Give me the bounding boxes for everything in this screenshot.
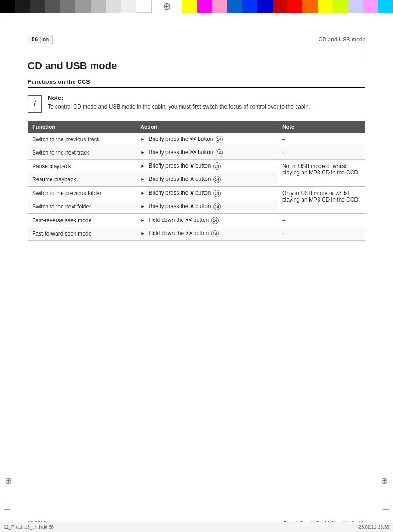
cell-action: ► Briefly press the ∧ button 14 xyxy=(136,200,278,214)
arrow-icon: ► xyxy=(140,190,145,196)
arrow-icon: ► xyxy=(140,217,145,223)
cell-note: – xyxy=(278,146,365,160)
crosshair-top-icon: ⊕ xyxy=(163,0,171,12)
button-num: 14 xyxy=(213,203,221,210)
table-row: Fast-reverse seek mode ► Hold down the <… xyxy=(28,214,365,227)
arrow-icon: ► xyxy=(140,203,145,209)
col-header-function: Function xyxy=(28,121,136,133)
arrow-icon: ► xyxy=(140,136,145,142)
cell-function: Switch to the previous track xyxy=(28,133,136,146)
cell-action: ► Briefly press the ∨ button 14 xyxy=(136,160,278,173)
cell-function: Switch to the previous folder xyxy=(28,186,136,200)
cell-action: ► Hold down the >> button 14 xyxy=(136,227,278,241)
button-num: 14 xyxy=(213,190,221,197)
color-bar: ⊕ xyxy=(0,0,393,13)
table-row: Switch to the previous track ► Briefly p… xyxy=(28,133,365,146)
cell-action: ► Briefly press the >> button 14 xyxy=(136,146,278,160)
page-number-box: 56 | en xyxy=(28,36,53,43)
cell-function: Pause playback xyxy=(28,160,136,173)
note-content: Note: To control CD mode and USB mode in… xyxy=(48,94,310,111)
note-box: i Note: To control CD mode and USB mode … xyxy=(28,94,365,113)
arrow-icon: ► xyxy=(140,176,145,182)
note-title: Note: xyxy=(48,94,310,101)
header-divider xyxy=(28,57,365,57)
cell-action: ► Briefly press the << button 14 xyxy=(136,133,278,146)
button-num: 14 xyxy=(213,162,221,170)
page-language: en xyxy=(42,36,49,43)
header-section-title: CD and USB mode xyxy=(319,36,365,43)
arrow-icon: ► xyxy=(140,150,145,155)
table-row: Fast-forward seek mode ► Hold down the >… xyxy=(28,227,365,241)
cell-note: – xyxy=(278,214,365,227)
button-num: 14 xyxy=(213,176,221,183)
page-content: 56 | en CD and USB mode CD and USB mode … xyxy=(0,13,393,514)
button-num: 14 xyxy=(216,136,223,143)
arrow-icon: ► xyxy=(140,163,145,168)
bottom-bar-left: 02_ProLine3_en.indd 56 xyxy=(4,525,54,530)
cell-note: – xyxy=(278,227,365,241)
cell-function: Switch to the next track xyxy=(28,146,136,160)
cell-note: Only in USB mode or whilst playing an MP… xyxy=(278,186,365,214)
note-icon: i xyxy=(28,95,42,113)
cell-function: Switch to the next folder xyxy=(28,200,136,214)
table-row: Pause playback ► Briefly press the ∨ but… xyxy=(28,160,365,173)
section-heading: Functions on the CCS xyxy=(28,78,365,88)
button-num: 14 xyxy=(216,149,223,156)
arrow-icon: ► xyxy=(140,231,145,236)
cell-note: – xyxy=(278,133,365,146)
col-header-action: Action xyxy=(136,121,278,133)
note-text: To control CD mode and USB mode in the c… xyxy=(48,103,310,111)
page-title: CD and USB mode xyxy=(28,60,365,72)
cell-action: ► Hold down the << button 14 xyxy=(136,214,278,227)
bottom-bar: 02_ProLine3_en.indd 56 23.02.12 18:36 xyxy=(0,522,393,532)
page-number: 56 xyxy=(32,36,38,43)
cell-note: Not in USB mode or whilst playing an MP3… xyxy=(278,160,365,187)
header-bar: 56 | en CD and USB mode xyxy=(28,36,365,43)
cell-action: ► Briefly press the ∧ button 14 xyxy=(136,173,278,187)
table-row: Switch to the previous folder ► Briefly … xyxy=(28,186,365,200)
cell-function: Fast-reverse seek mode xyxy=(28,214,136,227)
table-row: Switch to the next track ► Briefly press… xyxy=(28,146,365,160)
col-header-note: Note xyxy=(278,121,365,133)
functions-table: Function Action Note Switch to the previ… xyxy=(28,121,365,241)
table-header-row: Function Action Note xyxy=(28,121,365,133)
button-num: 14 xyxy=(211,217,219,224)
cell-function: Resume playback xyxy=(28,173,136,187)
bottom-bar-right: 23.02.12 18:36 xyxy=(359,525,389,530)
cell-action: ► Briefly press the ∨ button 14 xyxy=(136,186,278,200)
cell-function: Fast-forward seek mode xyxy=(28,227,136,241)
button-num: 14 xyxy=(211,230,219,237)
